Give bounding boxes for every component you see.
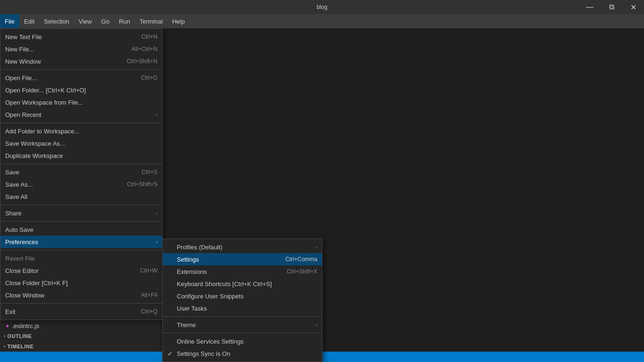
menu-save-all[interactable]: Save All [0, 190, 162, 203]
submenu-configure-snippets[interactable]: Configure User Snippets [163, 290, 322, 302]
menu-save-workspace-as[interactable]: Save Workspace As... [0, 137, 162, 149]
menu-section-exit: Exit Ctrl+Q [0, 304, 162, 320]
menu-help[interactable]: Help [167, 14, 190, 28]
dropdown-overlay: New Text File Ctrl+N New File... Alt+Ctr… [0, 28, 644, 362]
menu-section-share: Share › [0, 205, 162, 222]
menu-exit[interactable]: Exit Ctrl+Q [0, 305, 162, 318]
submenu-settings[interactable]: Settings Ctrl+Comma [163, 253, 322, 265]
submenu-online-services[interactable]: Online Services Settings [163, 335, 322, 347]
menu-new-file[interactable]: New File... Alt+Ctrl+N [0, 43, 162, 55]
menu-open-workspace[interactable]: Open Workspace from File... [0, 96, 162, 108]
menu-section-new: New Text File Ctrl+N New File... Alt+Ctr… [0, 29, 162, 70]
submenu-keyboard-shortcuts[interactable]: Keyboard Shortcuts [Ctrl+K Ctrl+S] [163, 278, 322, 290]
menu-bar: File Edit Selection View Go Run Terminal… [0, 14, 644, 28]
menu-share[interactable]: Share › [0, 207, 162, 219]
file-menu-dropdown: New Text File Ctrl+N New File... Alt+Ctr… [0, 28, 163, 320]
menu-close-window[interactable]: Close Window Alt+F4 [0, 289, 162, 301]
menu-open-file[interactable]: Open File... Ctrl+O [0, 72, 162, 84]
menu-section-open: Open File... Ctrl+O Open Folder... [Ctrl… [0, 70, 162, 123]
window-controls: — ⧉ ✕ [579, 0, 644, 14]
menu-close-editor[interactable]: Close Editor Ctrl+W [0, 264, 162, 277]
menu-file[interactable]: File [0, 14, 19, 28]
close-button[interactable]: ✕ [622, 0, 644, 14]
menu-section-preferences: Auto Save Preferences › [0, 222, 162, 250]
menu-auto-save[interactable]: Auto Save [0, 223, 162, 236]
menu-save-as[interactable]: Save As... Ctrl+Shift+S [0, 178, 162, 190]
submenu-user-tasks[interactable]: User Tasks [163, 302, 322, 314]
preferences-submenu: Profiles (Default) › Settings Ctrl+Comma… [162, 239, 322, 362]
minimize-button[interactable]: — [579, 0, 601, 14]
menu-close-folder[interactable]: Close Folder [Ctrl+K F] [0, 277, 162, 289]
menu-open-folder[interactable]: Open Folder... [Ctrl+K Ctrl+O] [0, 84, 162, 96]
menu-preferences[interactable]: Preferences › [0, 236, 162, 248]
menu-section-close: Revert File Close Editor Ctrl+W Close Fo… [0, 250, 162, 304]
maximize-button[interactable]: ⧉ [601, 0, 622, 14]
menu-new-window[interactable]: New Window Ctrl+Shift+N [0, 55, 162, 67]
menu-run[interactable]: Run [114, 14, 135, 28]
menu-edit[interactable]: Edit [19, 14, 39, 28]
submenu-theme[interactable]: Theme › [163, 319, 322, 331]
menu-selection[interactable]: Selection [39, 14, 74, 28]
submenu-settings-sync[interactable]: ✓ Settings Sync is On [163, 347, 322, 360]
title-bar: blog — ⧉ ✕ [0, 0, 644, 14]
menu-add-folder[interactable]: Add Folder to Workspace... [0, 125, 162, 137]
window-title: blog [317, 4, 328, 10]
check-icon: ✓ [167, 350, 175, 357]
menu-new-text-file[interactable]: New Text File Ctrl+N [0, 31, 162, 43]
menu-open-recent[interactable]: Open Recent › [0, 108, 162, 121]
menu-view[interactable]: View [74, 14, 97, 28]
menu-save[interactable]: Save Ctrl+S [0, 166, 162, 178]
menu-section-save: Save Ctrl+S Save As... Ctrl+Shift+S Save… [0, 164, 162, 205]
submenu-divider [163, 316, 322, 317]
menu-section-workspace: Add Folder to Workspace... Save Workspac… [0, 123, 162, 164]
menu-duplicate-workspace[interactable]: Duplicate Workspace [0, 149, 162, 162]
menu-revert-file: Revert File [0, 252, 162, 264]
submenu-profiles[interactable]: Profiles (Default) › [163, 241, 322, 253]
submenu-divider2 [163, 333, 322, 333]
menu-terminal[interactable]: Terminal [135, 14, 167, 28]
submenu-extensions[interactable]: Extensions Ctrl+Shift+X [163, 265, 322, 278]
menu-go[interactable]: Go [97, 14, 114, 28]
